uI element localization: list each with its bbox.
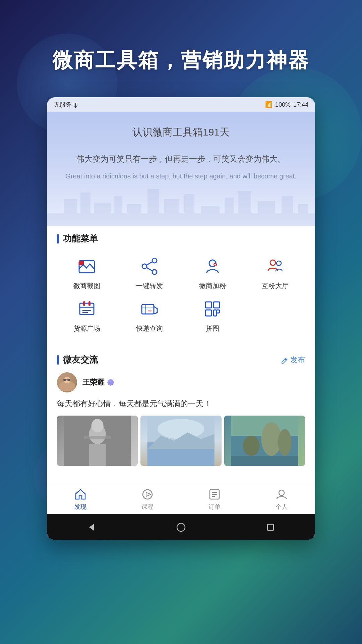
svg-rect-6 [147,189,159,213]
social-section: 微友交流 发布 [47,347,315,479]
svg-marker-66 [146,492,151,496]
status-battery-pct: 100% [275,101,291,108]
svg-rect-8 [184,194,194,213]
scroll-area: 功能菜单 微商截图 [47,226,315,484]
svg-point-27 [277,261,281,266]
menu-label-goods: 货源广场 [73,324,100,333]
svg-rect-47 [63,379,66,381]
person-icon [275,487,289,501]
puzzle-icon [201,297,224,321]
hero-section: 认识微商工具箱191天 伟大变为可笑只有一步，但再走一步，可笑又会变为伟大。 G… [47,112,315,226]
post-user: 王荣耀 [57,372,305,392]
order-icon [207,487,222,501]
status-left: 无服务 ψ [54,101,78,109]
avatar [57,372,77,392]
post-text: 每天都有好心情，每天都是元气满满的一天！ [57,398,305,410]
svg-point-26 [270,260,276,265]
social-accent [57,355,59,365]
addfan-icon [201,255,224,278]
post-image-3 [224,416,305,466]
nav-item-course[interactable]: 课程 [114,484,181,514]
post-images [57,416,305,466]
menu-section: 功能菜单 微商截图 [47,226,315,343]
svg-marker-72 [89,524,94,531]
post-card: 王荣耀 每天都有好心情，每天都是元气满满的一天！ [57,372,305,473]
svg-point-73 [177,523,185,531]
svg-rect-11 [238,191,251,213]
svg-rect-2 [80,193,90,213]
svg-rect-74 [267,524,274,530]
hero-subtitle-en: Great into a ridiculous is but a step, b… [57,171,305,181]
status-right: 📶 100% 17:44 [265,101,308,108]
svg-rect-42 [217,310,220,313]
svg-point-53 [92,419,104,432]
menu-label-forward: 一键转发 [136,281,163,290]
svg-line-20 [147,262,153,265]
menu-item-addfan[interactable]: 微商加粉 [183,255,242,290]
svg-rect-52 [89,444,106,466]
svg-rect-5 [127,204,141,213]
bottom-nav: 发现 课程 订单 [47,484,315,514]
menu-grid: 微商截图 一键转发 [57,251,305,336]
svg-rect-38 [205,302,212,308]
page-title: 微商工具箱，营销助力神器 [47,47,315,74]
menu-item-forward[interactable]: 一键转发 [120,255,180,290]
svg-rect-12 [258,201,275,213]
svg-rect-54 [84,436,111,439]
express-icon [138,297,161,321]
hero-bg-decoration [47,186,315,226]
nav-item-profile[interactable]: 个人 [248,484,315,514]
menu-header: 功能菜单 [57,233,305,245]
menu-label-express: 快递查询 [136,324,163,333]
android-home-button[interactable] [174,520,188,535]
svg-rect-14 [298,204,308,213]
svg-rect-40 [205,310,212,316]
menu-title: 功能菜单 [63,233,98,245]
hall-icon [263,255,287,278]
svg-point-62 [278,429,291,456]
android-back-button[interactable] [84,520,99,535]
post-image-1 [57,416,138,466]
android-nav [47,514,315,540]
nav-label-course: 课程 [141,503,154,511]
goods-icon [75,297,99,321]
svg-rect-7 [164,199,179,213]
svg-rect-0 [47,213,315,226]
svg-rect-34 [142,305,154,314]
svg-rect-10 [225,198,234,213]
svg-rect-9 [201,206,220,213]
svg-rect-64 [231,456,298,466]
svg-rect-31 [88,301,90,306]
social-title: 微友交流 [63,354,98,366]
svg-rect-39 [214,302,220,308]
svg-point-71 [279,490,284,495]
svg-point-17 [152,258,157,263]
status-bar: 无服务 ψ 📶 100% 17:44 [47,97,315,112]
nav-item-order[interactable]: 订单 [181,484,248,514]
menu-item-express[interactable]: 快递查询 [120,297,180,333]
menu-label-puzzle: 拼图 [206,324,219,333]
user-name: 王荣耀 [82,377,105,387]
menu-item-screenshot[interactable]: 微商截图 [57,255,117,290]
menu-label-hall: 互粉大厅 [262,281,289,290]
svg-rect-30 [83,301,85,306]
svg-line-21 [147,268,153,271]
menu-item-hall[interactable]: 互粉大厅 [246,255,305,290]
nav-item-discover[interactable]: 发现 [47,484,114,514]
svg-rect-48 [67,379,70,381]
menu-item-puzzle[interactable]: 拼图 [183,297,242,333]
nav-label-order: 订单 [208,503,221,511]
social-header: 微友交流 发布 [57,354,305,366]
course-icon [140,487,155,501]
svg-rect-13 [282,196,293,213]
menu-item-goods[interactable]: 货源广场 [57,297,117,333]
post-image-2 [140,416,221,466]
android-recent-button[interactable] [263,520,278,535]
publish-button[interactable]: 发布 [281,355,305,365]
home-icon [73,487,87,501]
nav-label-discover: 发现 [74,503,86,511]
share-icon [138,255,161,278]
menu-accent [57,234,59,244]
menu-label-screenshot: 微商截图 [73,281,100,290]
svg-rect-3 [94,203,111,213]
